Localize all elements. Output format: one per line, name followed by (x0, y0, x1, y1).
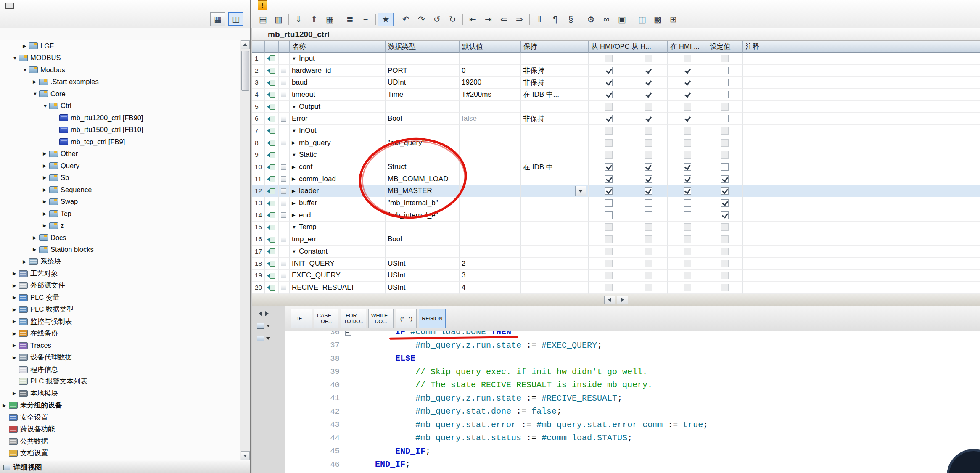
expand-arrow-icon[interactable]: ▶ (33, 235, 39, 240)
member-retain-setting[interactable] (521, 233, 589, 246)
member-default-value[interactable] (460, 185, 521, 198)
detail-view-bar[interactable]: 详细视图 (0, 461, 250, 473)
code-line[interactable]: 43 #mb_query.stat.error := #mb_query.sta… (285, 418, 980, 432)
tree-item[interactable]: 程序信息 (0, 364, 240, 376)
member-comment[interactable] (743, 270, 888, 282)
member-name[interactable]: ▼Output (290, 101, 386, 113)
variable-row[interactable]: 1▼Input (252, 53, 980, 65)
column-header-10[interactable]: 设定值 (707, 41, 743, 53)
in-hmi-checkbox[interactable] (684, 79, 691, 86)
column-header-7[interactable]: 从 HMI/OPC.. (589, 41, 629, 53)
variable-row[interactable]: 12▶leaderMB_MASTER (252, 185, 980, 198)
member-default-value[interactable]: 4 (460, 282, 521, 294)
variable-row[interactable]: 16tmp_errBool (252, 233, 980, 246)
member-default-value[interactable] (460, 53, 521, 65)
tree-item[interactable]: 安全设置 (0, 412, 240, 424)
variable-row[interactable]: 15▼Temp (252, 222, 980, 234)
monitor-icon[interactable]: ∞ (599, 13, 614, 26)
member-handle-icon[interactable] (281, 80, 286, 85)
member-name[interactable]: ▶end (290, 209, 386, 222)
member-data-type[interactable]: USInt (386, 270, 460, 282)
tree-item[interactable]: mb_tcp_ctrl [FB9] (0, 136, 240, 148)
member-name[interactable]: RECIVE_RESUALT (290, 282, 386, 294)
split-window-icon[interactable]: ◫ (634, 13, 650, 26)
split-editor-toggle-icon[interactable]: ◫ (228, 12, 243, 26)
collapse-arrow-icon[interactable]: ▼ (33, 91, 39, 96)
member-data-type[interactable]: "mb_query" (386, 137, 460, 149)
variable-row[interactable]: 4timeoutTimeT#200ms在 IDB 中... (252, 89, 980, 101)
member-default-value[interactable] (460, 101, 521, 113)
settings-icon[interactable]: ⚙ (583, 13, 599, 26)
tree-item[interactable]: ▼Ctrl (0, 100, 240, 112)
variable-row[interactable]: 14▶end"mb_internal_e" (252, 209, 980, 222)
member-comment[interactable] (743, 65, 888, 77)
member-comment[interactable] (743, 125, 888, 137)
member-retain-setting[interactable] (521, 137, 589, 149)
snapshot-values-icon[interactable]: ▦ (322, 13, 338, 26)
member-retain-setting[interactable] (521, 197, 589, 209)
tree-item[interactable]: ▶Swap (0, 196, 240, 208)
display-tool-dropdown[interactable] (252, 329, 285, 341)
absolute-view-icon[interactable]: ▣ (614, 13, 630, 26)
overview-toggle-icon[interactable]: ▦ (210, 12, 225, 26)
member-data-type[interactable] (386, 53, 460, 65)
in-hmi-checkbox[interactable] (684, 187, 691, 195)
expand-arrow-icon[interactable]: ▶ (13, 295, 19, 300)
view-tool-dropdown[interactable] (252, 316, 285, 329)
member-default-value[interactable]: 3 (460, 270, 521, 282)
column-header-3[interactable]: 名称 (290, 41, 386, 53)
in-hmi-checkbox[interactable] (684, 175, 691, 183)
variable-row[interactable]: 5▼Output (252, 101, 980, 113)
member-handle-icon[interactable] (281, 140, 286, 145)
hmi-opc-checkbox[interactable] (605, 187, 613, 195)
member-retain-setting[interactable]: 非保持 (521, 113, 589, 125)
member-handle-icon[interactable] (281, 201, 286, 206)
member-name[interactable]: ▼Temp (290, 222, 386, 234)
hmi-opc-checkbox[interactable] (605, 175, 613, 183)
tree-item[interactable]: ▶Other (0, 148, 240, 160)
member-retain-setting[interactable] (521, 149, 589, 161)
scroll-down-icon[interactable] (241, 451, 250, 460)
expand-arrow-icon[interactable]: ▶ (292, 176, 299, 182)
setpoint-checkbox[interactable] (721, 115, 729, 122)
nav-right-icon[interactable] (265, 311, 269, 316)
section-icon[interactable]: § (563, 13, 578, 26)
member-handle-icon[interactable] (281, 212, 286, 218)
scroll-left-icon[interactable] (604, 296, 615, 304)
hmi-opc-checkbox[interactable] (605, 79, 613, 86)
member-comment[interactable] (743, 113, 888, 125)
member-comment[interactable] (743, 197, 888, 209)
member-handle-icon[interactable] (281, 116, 286, 122)
member-data-type[interactable]: USInt (386, 258, 460, 270)
member-retain-setting[interactable] (521, 282, 589, 294)
paragraph-icon[interactable]: ¶ (547, 13, 563, 26)
member-comment[interactable] (743, 258, 888, 270)
code-line[interactable]: 41 #mb_query.z.run.state := #RECIVE_RESU… (285, 392, 980, 405)
member-name[interactable]: ▶leader (290, 185, 386, 198)
member-handle-icon[interactable] (281, 285, 286, 290)
variable-row[interactable]: 10▶confStruct在 IDB 中... (252, 161, 980, 173)
tree-item[interactable]: ▶Sequence (0, 184, 240, 196)
grid-icon[interactable]: ▩ (650, 13, 666, 26)
member-default-value[interactable] (460, 246, 521, 258)
member-comment[interactable] (743, 185, 888, 198)
refresh-icon[interactable]: ↺ (429, 13, 445, 26)
member-handle-icon[interactable] (281, 237, 286, 242)
member-name[interactable]: timeout (290, 89, 386, 101)
variable-row[interactable]: 13▶buffer"mb_internal_b" (252, 197, 980, 209)
member-data-type[interactable]: "mb_internal_b" (386, 197, 460, 209)
member-comment[interactable] (743, 282, 888, 294)
expand-arrow-icon[interactable]: ▶ (43, 223, 49, 228)
tree-item[interactable]: ▶本地模块 (0, 388, 240, 400)
tree-item[interactable]: ▶工艺对象 (0, 268, 240, 280)
member-data-type[interactable]: Struct (386, 161, 460, 173)
collapse-arrow-icon[interactable]: ▼ (292, 152, 299, 157)
variable-row[interactable]: 8▶mb_query"mb_query" (252, 137, 980, 149)
add-row-icon[interactable]: ▥ (271, 13, 286, 26)
pane-splitter[interactable] (252, 294, 980, 306)
member-default-value[interactable] (460, 222, 521, 234)
collapse-arrow-icon[interactable]: ▼ (23, 67, 29, 72)
member-retain-setting[interactable] (521, 258, 589, 270)
member-retain-setting[interactable]: 在 IDB 中... (521, 161, 589, 173)
collapse-arrow-icon[interactable]: ▼ (292, 249, 299, 254)
